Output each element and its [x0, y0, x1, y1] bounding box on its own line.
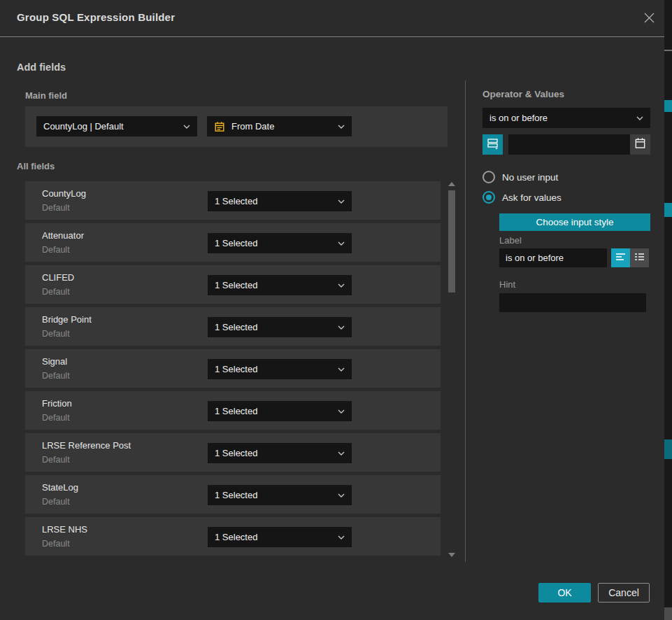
field-list-item: Bridge Point Default 1 Selected [25, 307, 441, 346]
all-fields-heading: All fields [17, 161, 55, 171]
field-subtitle: Default [42, 413, 70, 423]
date-field-type-icon [214, 121, 225, 132]
chevron-down-icon [338, 493, 345, 498]
choose-input-style-button[interactable]: Choose input style [499, 213, 650, 231]
input-style-list-button[interactable] [630, 248, 649, 267]
chevron-down-icon [338, 325, 345, 330]
radio-no-user-input[interactable]: No user input [482, 171, 558, 183]
field-name: StateLog [42, 482, 78, 493]
main-layer-dropdown-value: CountyLog | Default [43, 121, 179, 132]
field-name: Bridge Point [42, 314, 92, 325]
field-selected-dropdown[interactable]: 1 Selected [208, 233, 352, 253]
chevron-down-icon [183, 125, 190, 129]
main-layer-dropdown[interactable]: CountyLog | Default [36, 116, 197, 136]
label-field-label: Label [499, 235, 522, 246]
chevron-down-icon [636, 116, 643, 120]
field-selected-dropdown-value: 1 Selected [215, 490, 334, 500]
value-input[interactable] [508, 134, 630, 155]
field-selected-dropdown[interactable]: 1 Selected [208, 275, 352, 295]
all-fields-list: CountyLog Default 1 Selected Attenuator … [25, 181, 441, 556]
field-subtitle: Default [42, 497, 70, 507]
bullet-list-icon [634, 251, 645, 265]
align-left-icon [615, 251, 627, 265]
field-selected-dropdown[interactable]: 1 Selected [208, 359, 352, 379]
field-list-item: LRSE Reference Post Default 1 Selected [25, 433, 441, 472]
close-button[interactable] [641, 10, 657, 27]
field-selected-dropdown[interactable]: 1 Selected [208, 317, 352, 337]
background-fragment [664, 203, 672, 217]
scrollbar-up-arrow[interactable] [448, 182, 455, 186]
field-name: Attenuator [42, 230, 84, 241]
input-style-single-line-button[interactable] [611, 248, 630, 267]
unique-values-icon [487, 137, 499, 153]
field-list-item: Attenuator Default 1 Selected [25, 223, 441, 262]
operator-dropdown[interactable]: is on or before [482, 108, 650, 128]
field-name: Signal [42, 356, 67, 367]
field-selected-dropdown[interactable]: 1 Selected [208, 527, 352, 547]
hint-field-label: Hint [499, 279, 515, 290]
field-selected-dropdown[interactable]: 1 Selected [208, 401, 352, 421]
field-subtitle: Default [42, 455, 70, 465]
chevron-down-icon [338, 283, 345, 288]
field-name: CLIFED [42, 272, 74, 283]
field-selected-dropdown[interactable]: 1 Selected [208, 485, 352, 505]
scrollbar-down-arrow[interactable] [448, 553, 455, 557]
group-sql-expression-builder-dialog: Group SQL Expression Builder Add fields … [0, 0, 664, 620]
ok-button[interactable]: OK [538, 583, 591, 603]
field-selected-dropdown-value: 1 Selected [215, 364, 334, 374]
field-subtitle: Default [42, 245, 70, 255]
field-subtitle: Default [42, 371, 70, 381]
date-picker-button[interactable] [630, 134, 650, 155]
field-list-item: CLIFED Default 1 Selected [25, 265, 441, 304]
field-selected-dropdown-value: 1 Selected [215, 406, 334, 416]
radio-ask-for-values[interactable]: Ask for values [482, 191, 562, 204]
field-list-item: StateLog Default 1 Selected [25, 475, 441, 514]
chevron-down-icon [338, 451, 345, 456]
hint-input[interactable] [499, 293, 646, 312]
field-list-item: Friction Default 1 Selected [25, 391, 441, 430]
radio-ask-for-values-label: Ask for values [502, 192, 562, 203]
main-field-dropdown-value: From Date [231, 121, 334, 132]
operator-values-heading: Operator & Values [482, 89, 564, 99]
scrollbar-thumb[interactable] [448, 190, 455, 293]
field-selected-dropdown-value: 1 Selected [215, 280, 334, 290]
main-field-dropdown[interactable]: From Date [207, 116, 352, 136]
chevron-down-icon [338, 409, 345, 414]
close-icon [643, 12, 655, 27]
background-fragment [664, 439, 672, 459]
field-selected-dropdown-value: 1 Selected [215, 448, 334, 458]
field-selected-dropdown[interactable]: 1 Selected [208, 191, 352, 211]
add-fields-heading: Add fields [17, 62, 66, 73]
main-field-panel: CountyLog | Default From Date [25, 106, 448, 147]
field-selected-dropdown-value: 1 Selected [215, 238, 334, 248]
field-selected-dropdown-value: 1 Selected [215, 196, 334, 206]
field-subtitle: Default [42, 203, 70, 213]
operator-dropdown-value: is on or before [489, 113, 632, 123]
unique-values-button[interactable] [482, 134, 503, 155]
field-selected-dropdown-value: 1 Selected [215, 532, 334, 542]
main-field-heading: Main field [25, 90, 67, 101]
field-list-item: CountyLog Default 1 Selected [25, 181, 441, 220]
field-subtitle: Default [42, 539, 70, 549]
field-selected-dropdown-value: 1 Selected [215, 322, 334, 332]
calendar-icon [634, 137, 646, 152]
field-name: CountyLog [42, 188, 86, 199]
label-input[interactable] [499, 248, 607, 267]
chevron-down-icon [338, 367, 345, 372]
background-fragment [664, 607, 672, 620]
background-app-sliver [664, 0, 672, 620]
dialog-title: Group SQL Expression Builder [17, 11, 175, 23]
radio-no-user-input-label: No user input [502, 172, 558, 183]
field-name: LRSE NHS [42, 524, 87, 535]
panel-divider [465, 80, 466, 562]
radio-selected-icon [482, 191, 495, 204]
chevron-down-icon [338, 241, 345, 246]
field-selected-dropdown[interactable]: 1 Selected [208, 443, 352, 463]
background-fragment [664, 50, 672, 51]
chevron-down-icon [338, 125, 345, 129]
field-list-item: Signal Default 1 Selected [25, 349, 441, 388]
field-subtitle: Default [42, 329, 70, 339]
cancel-button[interactable]: Cancel [598, 583, 650, 603]
field-name: LRSE Reference Post [42, 440, 131, 451]
field-subtitle: Default [42, 287, 70, 297]
